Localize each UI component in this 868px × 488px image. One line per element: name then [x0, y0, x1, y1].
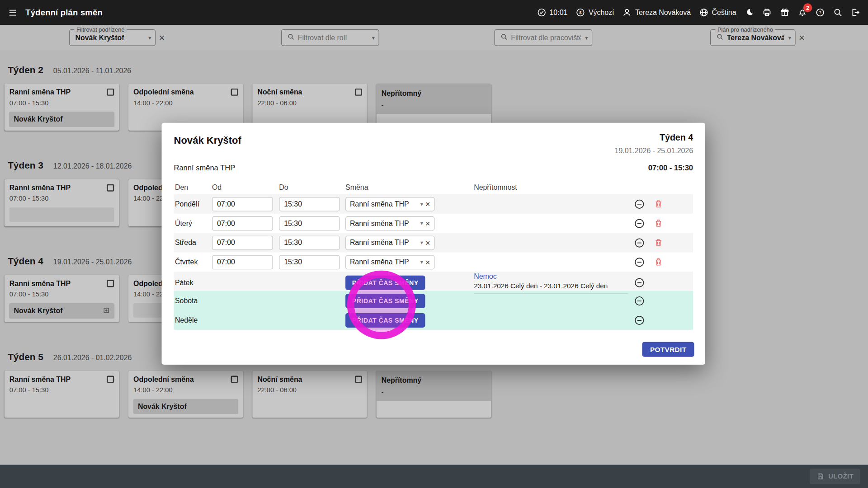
gift-icon[interactable] — [780, 8, 789, 17]
user-icon — [623, 8, 632, 17]
table-header-row: Den Od Do Směna Nepřítomnost — [174, 180, 693, 194]
shift-select[interactable]: Ranní směna THP ▾ × — [345, 216, 434, 230]
scheme-label: Výchozí — [589, 8, 614, 16]
app-title: Týdenní plán směn — [25, 8, 103, 17]
clear-shift-icon[interactable]: × — [425, 200, 430, 208]
top-bar: Týdenní plán směn 10:01 $ Výchozí Tereza… — [0, 0, 868, 25]
day-label: Neděle — [175, 316, 212, 324]
table-row: Pátek PŘIDAT ČAS SMĚNY Nemoc 23.01.2026 … — [174, 272, 693, 291]
chevron-down-icon[interactable]: ▾ — [416, 201, 423, 206]
clear-shift-icon[interactable]: × — [425, 239, 430, 247]
svg-text:?: ? — [819, 10, 821, 15]
add-shift-time-button[interactable]: PŘIDAT ČAS SMĚNY — [345, 313, 425, 327]
day-label: Středa — [175, 239, 212, 247]
scheme-selector[interactable]: $ Výchozí — [576, 8, 614, 17]
day-label: Úterý — [175, 219, 212, 227]
to-time-input[interactable] — [279, 197, 340, 211]
remove-day-icon[interactable] — [630, 198, 649, 209]
clear-shift-icon[interactable]: × — [425, 219, 430, 227]
chevron-down-icon[interactable]: ▾ — [416, 220, 423, 226]
add-shift-time-button[interactable]: PŘIDAT ČAS SMĚNY — [345, 276, 425, 290]
dark-mode-icon[interactable] — [745, 8, 754, 17]
shift-select[interactable]: Ranní směna THP ▾ × — [345, 197, 434, 211]
col-shift: Směna — [345, 183, 474, 191]
hamburger-menu-icon[interactable] — [8, 8, 18, 18]
col-to: Do — [279, 183, 345, 191]
language-label: Čeština — [712, 8, 736, 16]
from-time-input[interactable] — [212, 216, 273, 230]
remove-day-icon[interactable] — [630, 277, 649, 288]
user-name: Tereza Nováková — [635, 8, 691, 16]
week-days-table: Den Od Do Směna Nepřítomnost Pondělí Ran… — [174, 180, 693, 330]
dialog-shift-time: 07:00 - 15:30 — [648, 164, 693, 172]
chevron-down-icon[interactable]: ▾ — [416, 239, 423, 245]
table-row: Pondělí Ranní směna THP ▾ × — [174, 194, 693, 214]
shift-select-value: Ranní směna THP — [350, 219, 414, 227]
col-day: Den — [175, 183, 212, 191]
clear-shift-icon[interactable]: × — [425, 258, 430, 266]
delete-shift-trash-icon[interactable] — [649, 238, 668, 248]
dialog-week-range: 19.01.2026 - 25.01.2026 — [615, 146, 693, 155]
col-absence: Nepřítomnost — [474, 183, 630, 191]
absence-entry: Nemoc 23.01.2026 Celý den - 23.01.2026 C… — [474, 272, 627, 293]
app-root: Týdenní plán směn 10:01 $ Výchozí Tereza… — [0, 0, 868, 488]
absence-type-link[interactable]: Nemoc — [474, 272, 627, 281]
table-row: Sobota PŘIDAT ČAS SMĚNY — [174, 291, 693, 310]
table-row: Úterý Ranní směna THP ▾ × — [174, 214, 693, 233]
svg-text:$: $ — [579, 10, 582, 15]
day-label: Čtvrtek — [175, 258, 212, 266]
to-time-input[interactable] — [279, 216, 340, 230]
remove-day-icon[interactable] — [630, 218, 649, 229]
shift-select-value: Ranní směna THP — [350, 200, 414, 208]
notification-badge: 2 — [803, 3, 812, 12]
dialog-shift-name: Ranní směna THP — [174, 164, 235, 172]
day-label: Pátek — [175, 278, 212, 286]
absence-date-range: 23.01.2026 Celý den - 23.01.2026 Celý de… — [474, 282, 627, 290]
to-time-input[interactable] — [279, 255, 340, 269]
delete-shift-trash-icon[interactable] — [649, 199, 668, 209]
remove-day-icon[interactable] — [630, 314, 649, 325]
delete-shift-trash-icon[interactable] — [649, 257, 668, 267]
from-time-input[interactable] — [212, 197, 273, 211]
language-selector[interactable]: Čeština — [699, 8, 736, 17]
dialog-week-title: Týden 4 — [615, 133, 693, 143]
shift-select[interactable]: Ranní směna THP ▾ × — [345, 255, 434, 269]
to-time-input[interactable] — [279, 235, 340, 250]
col-from: Od — [212, 183, 279, 191]
user-menu[interactable]: Tereza Nováková — [623, 8, 691, 17]
table-row: Čtvrtek Ranní směna THP ▾ × — [174, 252, 693, 272]
check-circle-icon — [537, 8, 546, 17]
remove-day-icon[interactable] — [630, 295, 649, 306]
day-label: Sobota — [175, 296, 212, 305]
remove-day-icon[interactable] — [630, 257, 649, 267]
remove-day-icon[interactable] — [630, 237, 649, 248]
sync-time: 10:01 — [550, 8, 568, 16]
shift-select-value: Ranní směna THP — [350, 258, 414, 266]
chevron-down-icon[interactable]: ▾ — [416, 259, 423, 265]
delete-shift-trash-icon[interactable] — [649, 219, 668, 228]
table-row: Středa Ranní směna THP ▾ × — [174, 233, 693, 253]
from-time-input[interactable] — [212, 255, 273, 269]
add-shift-time-button[interactable]: PŘIDAT ČAS SMĚNY — [345, 294, 425, 308]
globe-icon — [699, 8, 708, 17]
notifications-bell-icon[interactable]: 2 — [797, 8, 807, 17]
currency-circle-icon: $ — [576, 8, 585, 17]
sync-status[interactable]: 10:01 — [537, 8, 567, 17]
shift-select[interactable]: Ranní směna THP ▾ × — [345, 235, 434, 250]
printer-icon[interactable] — [762, 8, 772, 17]
shift-select-value: Ranní směna THP — [350, 239, 414, 247]
logout-icon[interactable] — [851, 8, 860, 17]
help-icon[interactable]: ? — [816, 8, 825, 17]
table-row: Neděle PŘIDAT ČAS SMĚNY — [174, 310, 693, 330]
search-icon[interactable] — [833, 8, 843, 17]
confirm-button[interactable]: POTVRDIT — [642, 342, 694, 357]
from-time-input[interactable] — [212, 235, 273, 250]
day-label: Pondělí — [175, 200, 212, 208]
edit-week-dialog: Novák Kryštof Týden 4 19.01.2026 - 25.01… — [162, 123, 705, 365]
